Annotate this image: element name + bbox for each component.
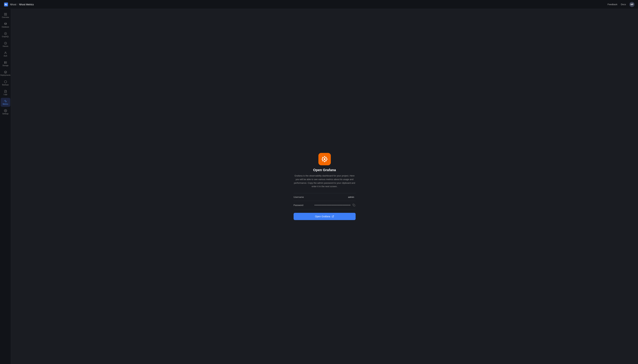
sidebar-label-backups: Backups — [2, 84, 9, 86]
grafana-card: Open Grafana Grafana is the observabilit… — [294, 153, 356, 220]
sidebar-item-settings[interactable]: Settings — [1, 108, 10, 116]
sidebar-item-metrics[interactable]: Metrics — [1, 98, 10, 107]
password-value: •••••••••••••••••••••••••••••••• — [307, 204, 351, 206]
external-link-icon — [332, 215, 334, 218]
sidebar-item-deployments[interactable]: Deployments — [1, 69, 10, 78]
breadcrumb-current: Nhost Metrics — [19, 3, 34, 6]
sidebar-label-logs: Logs — [4, 94, 8, 96]
logs-icon — [4, 90, 7, 93]
svg-point-18 — [324, 158, 325, 160]
backups-icon — [4, 80, 7, 83]
grafana-app-icon — [318, 153, 331, 165]
copy-password-button[interactable] — [352, 203, 356, 207]
deployments-icon — [4, 70, 7, 74]
sidebar-item-database[interactable]: Database — [1, 21, 10, 30]
svg-point-9 — [5, 52, 6, 53]
open-grafana-button[interactable]: Open Grafana — [294, 213, 356, 220]
breadcrumb-nhost[interactable]: Nhost — [10, 3, 16, 6]
sidebar-label-settings: Settings — [2, 113, 9, 115]
overview-icon — [4, 13, 7, 16]
sidebar-item-logs[interactable]: Logs — [1, 88, 10, 97]
topbar: Nhost / Nhost Metrics Feedback Docs NP — [0, 0, 638, 9]
grafana-logo-svg — [321, 155, 328, 163]
sidebar-label-deployments: Deployments — [0, 74, 10, 76]
sidebar: Overview Database GraphQL Hasura — [0, 9, 11, 364]
svg-rect-21 — [321, 159, 323, 160]
sidebar-label-hasura: Hasura — [3, 45, 8, 47]
svg-rect-1 — [4, 13, 5, 14]
metrics-icon — [4, 100, 7, 102]
sidebar-item-hasura[interactable]: Hasura — [1, 40, 10, 49]
main-content: Open Grafana Grafana is the observabilit… — [11, 9, 638, 364]
svg-marker-6 — [5, 32, 7, 35]
password-label: Password — [294, 204, 307, 206]
credentials-section: Username admin Password ••••••••••••••••… — [294, 193, 356, 210]
topbar-right: Feedback Docs NP — [607, 2, 634, 7]
svg-point-16 — [5, 110, 6, 111]
copy-icon — [352, 204, 355, 206]
svg-point-13 — [5, 63, 5, 63]
auth-icon — [4, 51, 7, 54]
svg-point-12 — [5, 62, 5, 62]
svg-rect-20 — [324, 161, 325, 162]
username-label: Username — [294, 196, 307, 198]
graphql-icon — [4, 32, 7, 35]
svg-point-7 — [5, 34, 6, 34]
user-avatar[interactable]: NP — [629, 2, 634, 7]
docs-link[interactable]: Docs — [621, 3, 626, 6]
svg-rect-2 — [6, 13, 7, 14]
sidebar-label-auth: Auth — [4, 55, 7, 57]
svg-rect-27 — [354, 205, 355, 206]
sidebar-label-storage: Storage — [3, 64, 9, 66]
sidebar-label-overview: Overview — [2, 16, 9, 18]
username-row: Username admin — [294, 193, 356, 201]
storage-icon — [4, 61, 7, 64]
feedback-link[interactable]: Feedback — [607, 3, 617, 6]
grafana-title: Open Grafana — [313, 168, 336, 172]
grafana-description: Grafana is the observability dashboard f… — [294, 174, 356, 188]
app-body: Overview Database GraphQL Hasura — [0, 9, 638, 364]
sidebar-item-overview[interactable]: Overview — [1, 11, 10, 20]
password-row: Password •••••••••••••••••••••••••••••••… — [294, 201, 356, 209]
svg-rect-4 — [6, 15, 7, 16]
sidebar-item-storage[interactable]: Storage — [1, 59, 10, 68]
topbar-left: Nhost / Nhost Metrics — [4, 2, 34, 7]
svg-rect-19 — [324, 156, 325, 157]
sidebar-label-graphql: GraphQL — [2, 36, 9, 38]
svg-point-5 — [5, 23, 7, 24]
breadcrumb: Nhost / Nhost Metrics — [10, 3, 34, 6]
sidebar-item-auth[interactable]: Auth — [1, 50, 10, 58]
sidebar-label-metrics: Metrics — [3, 103, 8, 105]
settings-icon — [4, 109, 7, 112]
svg-rect-3 — [4, 15, 5, 16]
hasura-icon — [4, 42, 7, 45]
svg-rect-22 — [326, 159, 328, 160]
username-value: admin — [307, 196, 354, 198]
sidebar-label-database: Database — [2, 26, 9, 28]
breadcrumb-separator: / — [18, 3, 18, 6]
database-icon — [4, 22, 7, 26]
open-grafana-label: Open Grafana — [315, 215, 330, 218]
sidebar-item-backups[interactable]: Backups — [1, 78, 10, 88]
svg-line-28 — [333, 216, 334, 216]
nhost-logo[interactable] — [4, 2, 9, 7]
sidebar-item-graphql[interactable]: GraphQL — [1, 30, 10, 39]
